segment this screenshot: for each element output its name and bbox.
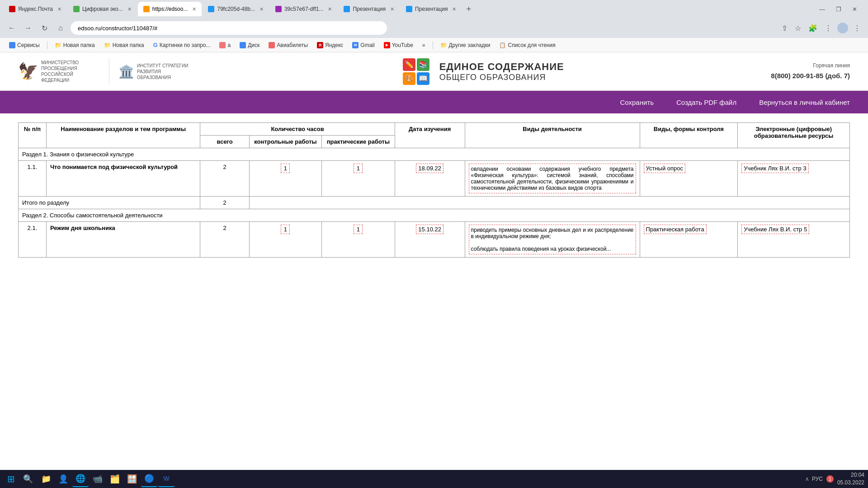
bookmark-a[interactable]: a xyxy=(216,41,234,49)
cell-2-1-control-type[interactable]: Практическая работа xyxy=(640,222,738,258)
editable-practical-1-1[interactable]: 1 xyxy=(354,164,363,173)
cell-1-1-resources[interactable]: Учебник Лях В.И. стр 3 xyxy=(738,161,850,197)
site-title-line2: ОБЩЕГО ОБРАЗОВАНИЯ xyxy=(439,73,564,82)
tab-favicon-yandex xyxy=(9,6,15,12)
bookmark-services[interactable]: Сервисы xyxy=(5,41,43,49)
cell-1-1-date[interactable]: 18.09.22 xyxy=(395,161,465,197)
bookmark-reading-icon: 📋 xyxy=(499,42,506,48)
taskbar-browser[interactable]: 🌐 xyxy=(72,471,89,487)
cell-2-1-resources[interactable]: Учебние Лях В.И. стр 5 xyxy=(738,222,850,258)
notification-badge[interactable]: 1 xyxy=(826,475,834,483)
taskbar-datetime[interactable]: 20:04 05.03.2022 xyxy=(837,471,864,487)
cell-2-1-activities[interactable]: приводить примеры основных дневных дел и… xyxy=(465,222,640,258)
taskbar-store[interactable]: 🪟 xyxy=(124,471,140,487)
cell-2-1-num: 2.1. xyxy=(19,222,47,258)
nav-save[interactable]: Сохранить xyxy=(620,99,654,106)
tab-close-79fc[interactable]: ✕ xyxy=(259,6,264,12)
th-hours-total: всего xyxy=(200,136,249,148)
taskbar-zoom[interactable]: 📹 xyxy=(90,471,106,487)
taskbar-lang-label: РУС xyxy=(812,476,823,482)
tab-favicon-pres1 xyxy=(344,6,350,12)
site-title-line1: ЕДИНОЕ СОДЕРЖАНИЕ xyxy=(439,61,564,73)
editable-practical-2-1[interactable]: 1 xyxy=(354,225,363,234)
bookmark-more[interactable]: » xyxy=(419,41,429,49)
bookmark-avia[interactable]: Авиабилеты xyxy=(265,41,311,49)
taskbar-files[interactable]: 🗂️ xyxy=(107,471,123,487)
taskbar-chrome[interactable]: 🔵 xyxy=(141,471,157,487)
new-tab-button[interactable]: + xyxy=(462,5,475,14)
editable-activities-2-1[interactable]: приводить примеры основных дневных дел и… xyxy=(469,225,636,254)
taskbar-cortana[interactable]: 👤 xyxy=(55,471,71,487)
bookmark-yandex[interactable]: Я Яндекс xyxy=(313,41,347,49)
bookmark-disk[interactable]: Диск xyxy=(236,41,263,49)
start-button[interactable]: ⊞ xyxy=(4,472,18,486)
tab-yandex-mail[interactable]: Яндекс.Почта ✕ xyxy=(4,2,67,16)
table-row: 1.1. Что понимается под физической культ… xyxy=(19,161,850,197)
taskbar-file-explorer[interactable]: 📁 xyxy=(38,471,54,487)
editable-resources-2-1[interactable]: Учебние Лях В.И. стр 5 xyxy=(741,225,809,234)
tab-39c5[interactable]: 39c57e67-dff1... ✕ xyxy=(270,2,338,16)
institute-logo: 🏛️ ИНСТИТУТ СТРАТЕГИИ РАЗВИТИЯ ОБРАЗОВАН… xyxy=(118,58,196,85)
bookmark-folder2[interactable]: 📁 Новая папка xyxy=(100,41,148,49)
bookmark-star-icon[interactable]: ☆ xyxy=(793,22,803,34)
editable-control-2-1[interactable]: 1 xyxy=(281,225,290,234)
tab-close-39c5[interactable]: ✕ xyxy=(328,6,332,12)
profile-menu-icon[interactable]: ⋮ xyxy=(823,22,834,34)
taskbar-search[interactable]: 🔍 xyxy=(20,472,36,486)
bookmark-folder1[interactable]: 📁 Новая папка xyxy=(51,41,99,49)
eagle-icon: 🦅 xyxy=(18,62,38,81)
bookmark-youtube[interactable]: ▶ YouTube xyxy=(380,41,417,49)
cell-1-1-control[interactable]: 1 xyxy=(249,161,321,197)
tab-close-digital[interactable]: ✕ xyxy=(127,6,132,12)
share-icon[interactable]: ⇧ xyxy=(780,22,789,34)
toolbar-actions: ⇧ ☆ 🧩 ⋮ ⋮ xyxy=(780,22,863,34)
editable-resources-1-1[interactable]: Учебник Лях В.И. стр 3 xyxy=(741,164,808,173)
th-date: Дата изучения xyxy=(395,123,465,148)
bookmark-favicon-services xyxy=(9,42,15,48)
nav-pdf[interactable]: Создать PDF файл xyxy=(676,99,736,106)
tab-close-yandex[interactable]: ✕ xyxy=(57,6,61,12)
bookmark-reading-list[interactable]: 📋 Список для чтения xyxy=(495,41,559,49)
cell-1-1-control-type[interactable]: Устный опрос xyxy=(640,161,738,197)
back-button[interactable]: ← xyxy=(5,22,18,34)
home-button[interactable]: ⌂ xyxy=(54,22,67,34)
notification-count: 1 xyxy=(829,477,831,482)
minimize-button[interactable]: — xyxy=(816,4,829,14)
editable-date-2-1[interactable]: 15.10.22 xyxy=(416,225,443,234)
tab-close-edsoo[interactable]: ✕ xyxy=(192,6,196,12)
restore-button[interactable]: ❐ xyxy=(832,4,845,14)
editable-control-1-1[interactable]: 1 xyxy=(281,164,290,173)
cell-2-1-date[interactable]: 15.10.22 xyxy=(395,222,465,258)
cell-1-1-activities[interactable]: овладении основами содержания учебного п… xyxy=(465,161,640,197)
editable-activities-1-1[interactable]: овладении основами содержания учебного п… xyxy=(469,164,636,193)
tab-presentation1[interactable]: Презентация ✕ xyxy=(338,2,400,16)
editable-date-1-1[interactable]: 18.09.22 xyxy=(416,164,443,173)
bookmark-separator-2 xyxy=(433,41,433,49)
icon-blue: 📖 xyxy=(417,72,429,85)
taskbar-chevron-icon[interactable]: ∧ xyxy=(805,476,809,482)
address-input[interactable] xyxy=(71,21,387,35)
bookmark-other[interactable]: 📁 Другие закладки xyxy=(437,41,494,49)
forward-button[interactable]: → xyxy=(22,22,34,34)
nav-back[interactable]: Вернуться в личный кабинет xyxy=(759,99,850,106)
taskbar-word[interactable]: W xyxy=(158,471,175,487)
extensions-icon[interactable]: 🧩 xyxy=(807,22,819,34)
tab-edsoo[interactable]: https://edsoo... ✕ xyxy=(138,2,202,16)
bookmark-google-images[interactable]: G Картинки по запро... xyxy=(150,41,214,49)
tab-79fc[interactable]: 79fc205d-48b... ✕ xyxy=(203,2,269,16)
bookmark-label-reading: Список для чтения xyxy=(508,42,555,48)
tab-presentation2[interactable]: Презентация ✕ xyxy=(401,2,462,16)
user-avatar-icon[interactable] xyxy=(837,23,848,33)
editable-control-type-2-1[interactable]: Практическая работа xyxy=(644,225,707,234)
bookmark-gmail[interactable]: M Gmail xyxy=(349,41,378,49)
reload-button[interactable]: ↻ xyxy=(38,22,51,34)
tab-close-pres2[interactable]: ✕ xyxy=(452,6,456,12)
editable-control-type-1-1[interactable]: Устный опрос xyxy=(644,164,685,173)
cell-2-1-practical[interactable]: 1 xyxy=(322,222,395,258)
tab-digital-eco[interactable]: Цифровая эко... ✕ xyxy=(68,2,137,16)
more-menu-icon[interactable]: ⋮ xyxy=(852,22,863,34)
cell-1-1-practical[interactable]: 1 xyxy=(322,161,395,197)
tab-close-pres1[interactable]: ✕ xyxy=(390,6,394,12)
close-button[interactable]: ✕ xyxy=(849,4,861,14)
cell-2-1-control[interactable]: 1 xyxy=(249,222,321,258)
